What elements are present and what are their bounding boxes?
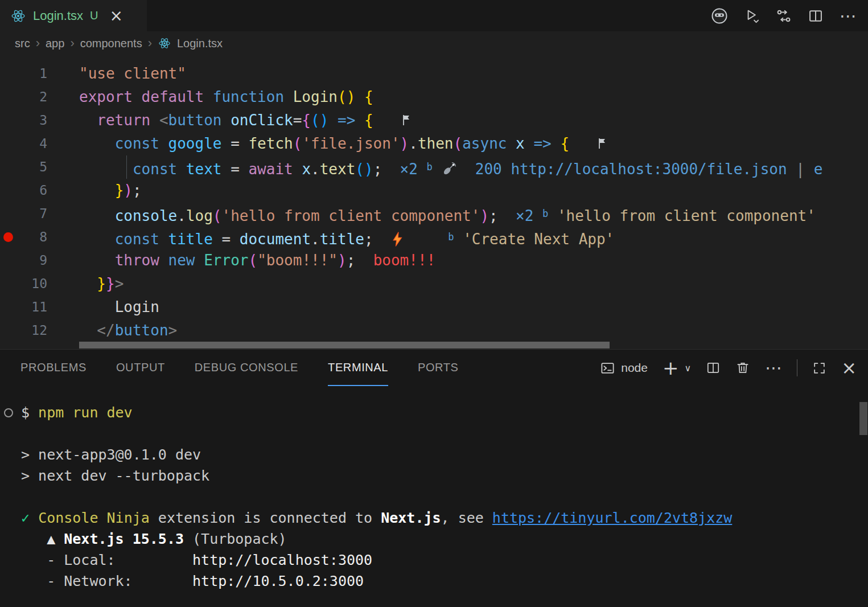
breadcrumb-item-components[interactable]: components [80,37,142,50]
flag-icon[interactable] [596,132,610,155]
code-token: Login [115,298,159,315]
line-number[interactable]: 6 [0,179,79,202]
terminal[interactable]: $ npm run dev> next-app3@0.1.0 dev> next… [0,386,868,607]
line-number[interactable]: 3 [0,109,79,132]
more-actions-icon[interactable]: ⋯ [840,7,857,24]
console-ninja-icon[interactable] [711,7,728,24]
code-token [79,182,115,199]
terminal-token [30,510,38,526]
chevron-down-icon[interactable]: ∨ [684,363,691,374]
code-line[interactable]: 12 </button> [0,319,868,342]
code-token: { [364,112,373,129]
code-line[interactable]: 10 }}> [0,272,868,296]
terminal-scrollbar[interactable] [859,402,867,435]
close-tab-icon[interactable]: × [110,8,123,24]
react-file-icon [10,9,26,23]
tab-output[interactable]: OUTPUT [116,350,165,386]
terminal-line: ▲ Next.js 15.5.3 (Turbopack) [21,528,868,549]
terminal-token: > next-app3@0.1.0 dev [21,446,201,463]
open-changes-icon[interactable] [776,8,792,24]
code-token [569,135,596,152]
code-token: Login [293,88,338,105]
tab-terminal[interactable]: TERMINAL [328,350,388,386]
react-file-icon [158,37,171,50]
breadcrumb-item-src[interactable]: src [15,37,30,50]
split-editor-icon[interactable] [808,8,824,24]
line-number[interactable]: 10 [0,272,79,296]
terminal-shell-chip[interactable]: node [600,360,648,376]
code-token: await [248,161,293,178]
code-line[interactable]: 4 const google = fetch('file.json').then… [0,132,868,155]
code-token: throw [115,252,159,269]
code-token: = [213,231,240,248]
code-token [150,112,159,129]
kill-terminal-icon[interactable] [735,360,750,375]
tab-debug-console[interactable]: DEBUG CONSOLE [195,350,298,386]
code-token: const [133,161,177,178]
satellite-icon[interactable] [441,157,457,179]
code-line[interactable]: 8 const title = document.title; b 'Creat… [0,225,868,249]
editor-actions: ⋯ [711,0,868,31]
breadcrumb-item-file[interactable]: Login.tsx [177,37,223,50]
zap-icon[interactable] [391,227,404,249]
maximize-panel-icon[interactable] [812,361,826,375]
code-editor[interactable]: 1"use client"2export default function Lo… [0,55,868,349]
code-line[interactable]: 1"use client" [0,62,868,85]
horizontal-scrollbar[interactable] [79,342,610,348]
new-terminal-icon[interactable]: + [663,358,679,378]
code-token [355,88,364,105]
code-token: text [320,161,356,178]
chevron-right-icon: › [70,37,74,50]
tab-login-tsx[interactable]: Login.tsx U × [0,0,147,31]
line-number[interactable]: 1 [0,62,79,85]
terminal-line: ✓ Console Ninja extension is connected t… [21,507,868,528]
code-line[interactable]: 9 throw new Error("boom!!!"); boom!!! [0,249,868,272]
terminal-link[interactable]: https://tinyurl.com/2vt8jxzw [492,510,732,526]
close-panel-icon[interactable]: × [841,359,857,377]
code-token [159,135,168,152]
code-token [355,252,373,269]
split-terminal-icon[interactable] [706,360,721,375]
code-token: async [462,135,507,152]
code-token [418,161,427,178]
code-line[interactable]: 11 Login [0,296,868,319]
code-token: x [516,135,525,152]
line-number[interactable]: 8 [0,225,79,249]
code-token: ) [400,135,409,152]
code-token: = [221,135,248,152]
code-token: "use client" [79,65,186,82]
code-line[interactable]: 5 const text = await x.text(); ×2 b 200 … [0,155,868,179]
terminal-token: Console Ninja [38,510,150,526]
more-panel-actions-icon[interactable]: ⋯ [765,359,782,376]
code-token: then [418,135,454,152]
terminal-lines: $ npm run dev> next-app3@0.1.0 dev> next… [21,402,868,592]
terminal-line [21,423,868,444]
breadcrumb-item-app[interactable]: app [46,37,64,50]
code-line[interactable]: 7 console.log('hello from client compone… [0,202,868,225]
line-number[interactable]: 5 [0,155,79,179]
flag-icon[interactable] [400,109,414,132]
run-or-debug-icon[interactable] [744,8,760,24]
command-decoration[interactable] [4,408,13,417]
editor-tab-bar: Login.tsx U × ⋯ [0,0,868,31]
line-number[interactable]: 2 [0,85,79,109]
code-token [79,322,97,339]
line-number[interactable]: 4 [0,132,79,155]
line-number[interactable]: 9 [0,249,79,272]
code-line[interactable]: 6 }); [0,179,868,202]
terminal-line [21,486,868,507]
code-token: ) [480,207,489,224]
breakpoint-dot[interactable] [3,232,13,242]
code-token: ) [124,182,133,199]
code-token [552,135,561,152]
code-line[interactable]: 3 return <button onClick={() => { [0,109,868,132]
line-number[interactable]: 11 [0,296,79,319]
line-number[interactable]: 7 [0,202,79,225]
code-token [79,135,115,152]
line-number[interactable]: 12 [0,319,79,342]
tab-problems[interactable]: PROBLEMS [20,350,87,386]
code-line[interactable]: 2export default function Login() { [0,85,868,109]
tab-ports[interactable]: PORTS [418,350,459,386]
code-token: { [560,135,569,152]
divider [797,359,797,376]
